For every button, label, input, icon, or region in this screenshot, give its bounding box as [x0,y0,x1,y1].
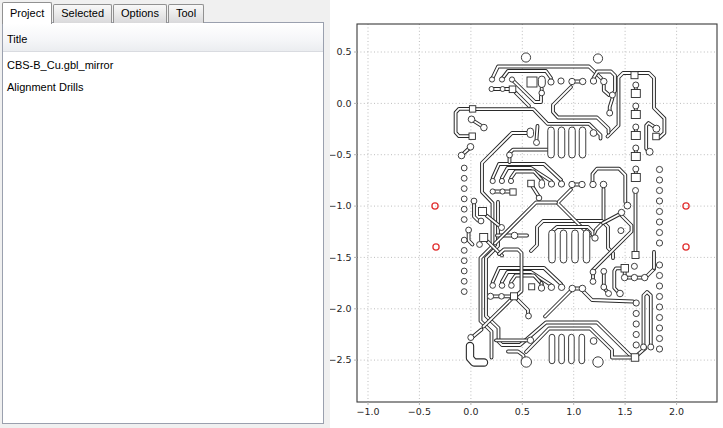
y-tick-label: −0.5 [330,149,352,160]
application-window: { "left_panel": { "tabs": [ { "label": "… [0,0,723,428]
x-tick-label: −1.0 [356,406,379,417]
x-tick-label: 1.5 [618,406,633,417]
y-tick-label: 0.5 [336,46,351,57]
y-tick-label: 0.0 [336,98,351,109]
x-tick-label: 2.0 [669,406,684,417]
x-tick-label: 0.5 [515,406,530,417]
x-tick-label: 1.0 [566,406,581,417]
y-tick-label: −1.0 [330,200,352,211]
tab-project[interactable]: Project [2,2,52,24]
y-tick-label: −2.0 [330,303,352,314]
list-item[interactable]: Alignment Drills [3,76,323,98]
tab-tool[interactable]: Tool [168,4,204,23]
y-tick-label: −2.5 [330,354,352,365]
x-tick-label: −0.5 [408,406,431,417]
list-header-title[interactable]: Title [3,23,323,52]
x-tick-label: 0.0 [463,406,478,417]
y-tick-label: −1.5 [330,252,352,263]
layer-list: CBS-B_Cu.gbl_mirrorAlignment Drills [3,52,323,98]
tab-bar: ProjectSelectedOptionsTool [2,2,205,23]
project-panel: Title CBS-B_Cu.gbl_mirrorAlignment Drill… [2,22,324,424]
pcb-render-canvas[interactable]: −1.0−0.50.00.51.01.52.00.50.0−0.5−1.0−1.… [330,0,723,428]
tab-options[interactable]: Options [113,4,167,23]
pcb-plot-svg: −1.0−0.50.00.51.01.52.00.50.0−0.5−1.0−1.… [330,0,723,428]
list-item[interactable]: CBS-B_Cu.gbl_mirror [3,54,323,76]
tab-selected[interactable]: Selected [53,4,112,23]
